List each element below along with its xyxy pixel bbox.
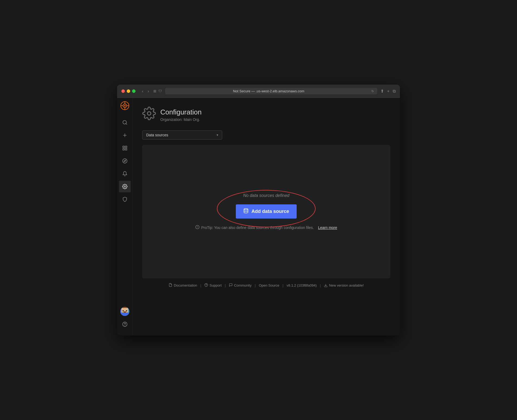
browser-chrome: ‹ › ⊞ 🛡 Not Secure — .us-west-2.elb.amaz…	[117, 85, 400, 98]
svg-rect-22	[120, 312, 129, 316]
sidebar-item-help[interactable]	[119, 318, 131, 330]
svg-rect-24	[126, 310, 127, 311]
sidebar-item-avatar[interactable]	[119, 306, 131, 317]
svg-rect-13	[123, 149, 124, 150]
avatar-image	[120, 307, 129, 316]
svg-rect-19	[121, 308, 128, 310]
nav-forward-button[interactable]: ›	[146, 88, 150, 94]
svg-point-6	[124, 105, 125, 106]
browser-window: ‹ › ⊞ 🛡 Not Secure — .us-west-2.elb.amaz…	[117, 85, 400, 335]
documentation-link[interactable]: Documentation	[169, 283, 197, 288]
version-label: v8.1.2 (103f8fa094)	[287, 283, 317, 287]
user-avatar[interactable]	[120, 307, 129, 316]
new-tab-button[interactable]: +	[387, 89, 389, 94]
share-button[interactable]: ⬆	[380, 89, 384, 94]
maximize-button[interactable]	[132, 89, 136, 93]
dropdown-arrow-icon: ▾	[217, 133, 218, 137]
svg-rect-11	[123, 146, 124, 148]
close-button[interactable]	[121, 89, 125, 93]
community-link[interactable]: Community	[229, 283, 252, 288]
database-icon	[243, 208, 249, 215]
svg-point-17	[124, 186, 125, 187]
main-content: Configuration Organization: Main Org. Da…	[133, 98, 400, 335]
sidebar-bottom	[119, 306, 131, 332]
app-container: Configuration Organization: Main Org. Da…	[117, 98, 400, 335]
opensource-link[interactable]: Open Source	[259, 283, 279, 287]
separator-3: |	[255, 283, 256, 287]
minimize-button[interactable]	[127, 89, 130, 93]
address-text: Not Secure — .us-west-2.elb.amazonaws.co…	[168, 89, 369, 93]
protip-text: ProTip: You can also define data sources…	[195, 225, 337, 230]
sidebar-item-add[interactable]	[119, 129, 131, 141]
svg-point-28	[148, 112, 151, 115]
tab-icon: ⊞	[153, 89, 156, 93]
learn-more-link[interactable]: Learn more	[318, 225, 337, 230]
sidebar-item-configuration[interactable]	[119, 181, 131, 192]
address-bar[interactable]: Not Secure — .us-west-2.elb.amazonaws.co…	[165, 88, 377, 94]
page-header: Configuration Organization: Main Org.	[142, 106, 390, 123]
content-area: No data sources defined Add data source	[142, 145, 390, 278]
separator-5: |	[320, 283, 321, 287]
protip-icon	[195, 225, 200, 230]
page-subtitle: Organization: Main Org.	[160, 117, 202, 122]
svg-rect-18	[122, 307, 127, 308]
footer: Documentation | Support |	[142, 278, 390, 291]
page-title: Configuration	[160, 108, 202, 116]
community-label: Community	[234, 283, 252, 287]
new-version-label: New version available!	[329, 283, 364, 287]
browser-nav: ‹ ›	[141, 88, 150, 94]
sidebar-item-search[interactable]	[119, 117, 131, 128]
svg-rect-14	[125, 149, 127, 150]
svg-point-15	[122, 159, 127, 163]
community-icon	[229, 283, 233, 288]
support-icon	[204, 283, 208, 288]
shield-icon: 🛡	[158, 89, 162, 93]
browser-icons: ⊞ 🛡	[153, 89, 162, 93]
tabs-button[interactable]: ⧉	[393, 89, 396, 94]
sidebar-item-alerting[interactable]	[119, 168, 131, 180]
sidebar-navigation	[119, 117, 131, 306]
config-icon	[142, 106, 156, 123]
add-datasource-button[interactable]: Add data source	[236, 204, 296, 219]
section-dropdown[interactable]: Data sources ▾	[142, 130, 222, 140]
page-header-text: Configuration Organization: Main Org.	[160, 108, 202, 122]
sidebar-item-explore[interactable]	[119, 155, 131, 167]
grafana-icon	[120, 101, 129, 110]
no-data-message: No data sources defined	[243, 193, 289, 198]
separator-2: |	[225, 283, 226, 287]
svg-marker-16	[124, 160, 126, 162]
nav-back-button[interactable]: ‹	[141, 88, 144, 94]
support-link[interactable]: Support	[204, 283, 222, 288]
doc-icon	[169, 283, 172, 288]
separator-4: |	[283, 283, 283, 287]
documentation-label: Documentation	[174, 283, 197, 287]
svg-rect-23	[122, 310, 124, 311]
support-label: Support	[209, 283, 222, 287]
dropdown-label: Data sources	[146, 133, 168, 137]
grafana-logo[interactable]	[120, 101, 129, 111]
new-version-link[interactable]: New version available!	[324, 283, 364, 287]
svg-line-8	[126, 124, 127, 125]
sidebar-item-dashboards[interactable]	[119, 142, 131, 154]
opensource-label: Open Source	[259, 283, 279, 287]
browser-actions: ⬆ + ⧉	[380, 89, 396, 94]
protip-message: ProTip: You can also define data sources…	[201, 225, 314, 230]
sidebar-item-shield[interactable]	[119, 193, 131, 205]
traffic-lights	[121, 89, 136, 93]
separator-1: |	[200, 283, 201, 287]
sidebar	[117, 98, 133, 335]
svg-point-29	[244, 209, 248, 210]
svg-rect-12	[125, 146, 127, 148]
svg-rect-25	[124, 311, 126, 312]
refresh-icon[interactable]: ↻	[371, 89, 374, 93]
add-datasource-label: Add data source	[251, 209, 289, 214]
